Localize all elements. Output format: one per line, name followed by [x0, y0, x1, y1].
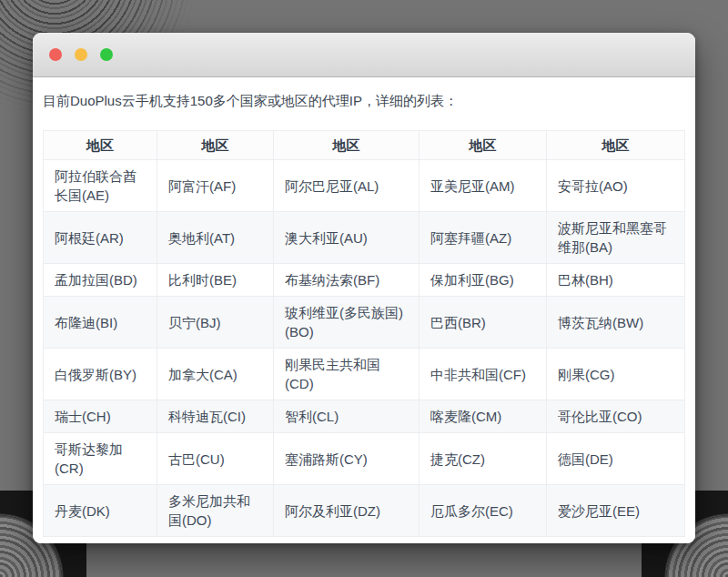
region-cell: 德国(DE) — [547, 433, 685, 485]
region-cell: 布隆迪(BI) — [44, 297, 157, 349]
region-cell: 比利时(BE) — [157, 264, 274, 297]
table-row: 白俄罗斯(BY)加拿大(CA)刚果民主共和国(CD)中非共和国(CF)刚果(CG… — [44, 349, 685, 400]
region-cell: 哥伦比亚(CO) — [547, 400, 685, 433]
table-header-row: 地区地区地区地区地区 — [44, 131, 685, 160]
region-cell: 瑞士(CH) — [44, 400, 157, 433]
region-cell: 奥地利(AT) — [157, 212, 274, 264]
region-cell: 中非共和国(CF) — [420, 349, 547, 400]
region-cell: 阿富汗(AF) — [157, 160, 274, 212]
maximize-button[interactable] — [100, 48, 113, 61]
table-row: 布隆迪(BI)贝宁(BJ)玻利维亚(多民族国)(BO)巴西(BR)博茨瓦纳(BW… — [44, 297, 685, 349]
region-cell: 刚果民主共和国(CD) — [274, 349, 420, 400]
minimize-button[interactable] — [75, 48, 87, 61]
region-cell: 哥斯达黎加(CR) — [44, 433, 157, 485]
table-row: 孟加拉国(BD)比利时(BE)布基纳法索(BF)保加利亚(BG)巴林(BH) — [44, 264, 685, 297]
region-cell: 保加利亚(BG) — [420, 264, 547, 297]
table-row: 阿拉伯联合酋长国(AE)阿富汗(AF)阿尔巴尼亚(AL)亚美尼亚(AM)安哥拉(… — [44, 160, 685, 212]
region-cell: 博茨瓦纳(BW) — [547, 297, 685, 349]
region-cell: 白俄罗斯(BY) — [44, 349, 157, 400]
region-cell: 科特迪瓦(CI) — [157, 400, 274, 433]
region-cell: 布基纳法索(BF) — [274, 264, 420, 297]
region-cell: 阿根廷(AR) — [44, 212, 157, 264]
column-header: 地区 — [44, 131, 157, 160]
region-cell: 巴西(BR) — [420, 297, 547, 349]
region-cell: 阿尔及利亚(DZ) — [274, 485, 420, 537]
region-cell: 刚果(CG) — [547, 349, 685, 400]
region-cell: 孟加拉国(BD) — [44, 264, 157, 297]
window-titlebar[interactable] — [33, 33, 695, 77]
region-cell: 塞浦路斯(CY) — [274, 433, 420, 485]
region-cell: 多米尼加共和国(DO) — [157, 485, 274, 537]
table-row: 丹麦(DK)多米尼加共和国(DO)阿尔及利亚(DZ)厄瓜多尔(EC)爱沙尼亚(E… — [44, 485, 685, 537]
intro-text: 目前DuoPlus云手机支持150多个国家或地区的代理IP，详细的列表： — [43, 91, 685, 110]
column-header: 地区 — [420, 131, 547, 160]
table-row: 哥斯达黎加(CR)古巴(CU)塞浦路斯(CY)捷克(CZ)德国(DE) — [44, 433, 685, 485]
region-table: 地区地区地区地区地区 阿拉伯联合酋长国(AE)阿富汗(AF)阿尔巴尼亚(AL)亚… — [43, 130, 685, 537]
close-button[interactable] — [49, 48, 62, 61]
region-cell: 阿拉伯联合酋长国(AE) — [44, 160, 157, 212]
region-cell: 波斯尼亚和黑塞哥维那(BA) — [547, 212, 685, 264]
region-cell: 加拿大(CA) — [157, 349, 274, 400]
region-cell: 捷克(CZ) — [420, 433, 547, 485]
region-cell: 厄瓜多尔(EC) — [420, 485, 547, 537]
region-cell: 喀麦隆(CM) — [420, 400, 547, 433]
region-cell: 巴林(BH) — [547, 264, 685, 297]
window-content: 目前DuoPlus云手机支持150多个国家或地区的代理IP，详细的列表： 地区地… — [33, 77, 695, 543]
column-header: 地区 — [157, 131, 274, 160]
region-cell: 亚美尼亚(AM) — [420, 160, 547, 212]
table-row: 阿根廷(AR)奥地利(AT)澳大利亚(AU)阿塞拜疆(AZ)波斯尼亚和黑塞哥维那… — [44, 212, 685, 264]
region-cell: 爱沙尼亚(EE) — [547, 485, 685, 537]
region-cell: 丹麦(DK) — [44, 485, 157, 537]
region-cell: 古巴(CU) — [157, 433, 274, 485]
region-cell: 玻利维亚(多民族国)(BO) — [274, 297, 420, 349]
region-cell: 安哥拉(AO) — [547, 160, 685, 212]
region-cell: 阿尔巴尼亚(AL) — [274, 160, 420, 212]
table-body: 阿拉伯联合酋长国(AE)阿富汗(AF)阿尔巴尼亚(AL)亚美尼亚(AM)安哥拉(… — [44, 160, 685, 537]
app-window: 目前DuoPlus云手机支持150多个国家或地区的代理IP，详细的列表： 地区地… — [33, 33, 695, 543]
region-cell: 阿塞拜疆(AZ) — [420, 212, 547, 264]
column-header: 地区 — [274, 131, 420, 160]
region-cell: 贝宁(BJ) — [157, 297, 274, 349]
table-row: 瑞士(CH)科特迪瓦(CI)智利(CL)喀麦隆(CM)哥伦比亚(CO) — [44, 400, 685, 433]
region-cell: 智利(CL) — [274, 400, 420, 433]
column-header: 地区 — [547, 131, 685, 160]
region-cell: 澳大利亚(AU) — [274, 212, 420, 264]
